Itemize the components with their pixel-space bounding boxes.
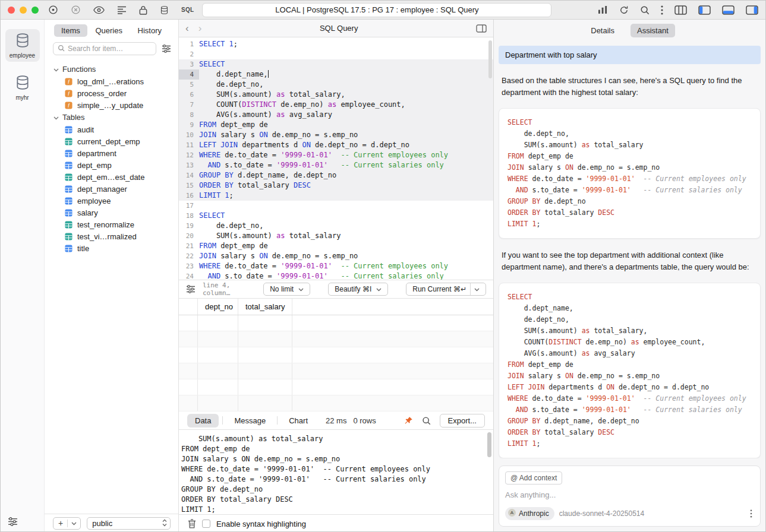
code-line[interactable]: 4 d.dept_name, — [179, 69, 493, 80]
column-header-dept_no[interactable]: dept_no — [198, 299, 238, 315]
results-tab-message[interactable]: Message — [226, 414, 273, 428]
code-line[interactable]: 15ORDER BY total_salary DESC — [179, 180, 493, 191]
run-options-chevron-down-icon[interactable] — [474, 285, 480, 293]
tree-item-test_renormalize[interactable]: test_renormalize — [45, 218, 178, 230]
code-line[interactable]: 19 de.dept_no, — [179, 221, 493, 231]
minimize-window-button[interactable] — [20, 7, 27, 14]
search-input[interactable] — [68, 45, 152, 53]
tree-item-dept_manager[interactable]: dept_manager — [45, 183, 178, 195]
code-line[interactable]: 9FROM dept_emp de — [179, 120, 493, 130]
code-line[interactable]: 12WHERE de.to_date = '9999-01-01' -- Cur… — [179, 150, 493, 160]
results-tab-data[interactable]: Data — [187, 414, 219, 428]
tree-item-department[interactable]: department — [45, 147, 178, 159]
code-line[interactable]: 22JOIN salary s ON de.emp_no = s.emp_no — [179, 251, 493, 261]
close-window-button[interactable] — [8, 7, 15, 14]
code-line[interactable]: 21FROM dept_emp de — [179, 241, 493, 251]
sql-editor[interactable]: 1SELECT 1;23SELECT4 d.dept_name,5 de.dep… — [179, 37, 493, 280]
syntax-highlighting-checkbox[interactable] — [202, 520, 210, 528]
column-header-total_salary[interactable]: total_salary — [238, 299, 292, 315]
trash-icon[interactable] — [188, 519, 196, 528]
tree-section-tables[interactable]: Tables — [45, 111, 178, 124]
limit-dropdown[interactable]: No limit — [263, 283, 310, 296]
more-options-icon[interactable] — [661, 5, 663, 15]
table-row[interactable] — [179, 347, 493, 363]
toggle-left-panel-icon[interactable] — [698, 5, 711, 15]
tree-item-log_dml_erations[interactable]: flog_dml_…erations — [45, 75, 178, 87]
refresh-icon[interactable] — [619, 5, 629, 15]
zoom-window-button[interactable] — [31, 7, 39, 14]
table-row[interactable] — [179, 331, 493, 347]
results-tab-chart[interactable]: Chart — [281, 414, 316, 428]
back-button[interactable]: ‹ — [185, 23, 189, 33]
search-icon[interactable] — [640, 5, 650, 15]
tree-item-dept_emp[interactable]: dept_emp — [45, 159, 178, 171]
tree-item-process_order[interactable]: fprocess_order — [45, 87, 178, 99]
tree-section-functions[interactable]: Functions — [45, 63, 178, 75]
code-line[interactable]: 17 — [179, 201, 493, 211]
results-search-icon[interactable] — [422, 416, 431, 425]
table-row[interactable] — [179, 363, 493, 379]
code-line[interactable]: 8 AVG(s.amount) as avg_salary — [179, 110, 493, 120]
editor-scrollbar[interactable] — [488, 40, 492, 78]
tree-item-salary[interactable]: salary — [45, 207, 178, 218]
code-line[interactable]: 16LIMIT 1; — [179, 191, 493, 201]
code-line[interactable]: 5 de.dept_no, — [179, 80, 493, 90]
tree-item-test_virmalized[interactable]: test_vi…rmalized — [45, 230, 178, 242]
schema-select[interactable]: public — [87, 517, 171, 530]
search-field[interactable] — [53, 42, 156, 55]
add-context-chip[interactable]: @ Add context — [505, 471, 562, 484]
tree-item-title[interactable]: title — [45, 242, 178, 254]
chart-icon[interactable] — [598, 5, 608, 14]
table-row[interactable] — [179, 395, 493, 411]
message-scrollbar[interactable] — [487, 432, 491, 457]
connection-status-icon[interactable] — [48, 5, 58, 15]
sidebar-tab-queries[interactable]: Queries — [88, 24, 130, 37]
assistant-composer[interactable]: @ Add context Ask anything... A Anthropi… — [499, 466, 761, 527]
tree-item-audit[interactable]: audit — [45, 124, 178, 135]
composer-options-icon[interactable] — [750, 509, 754, 518]
add-item-button[interactable]: + — [53, 518, 67, 528]
sliders-icon[interactable] — [8, 517, 18, 526]
pin-icon[interactable] — [404, 416, 413, 425]
code-line[interactable]: 1SELECT 1; — [179, 39, 493, 49]
tree-item-simple_y_update[interactable]: fsimple_…y_update — [45, 99, 178, 111]
results-grid[interactable] — [179, 315, 493, 411]
code-line[interactable]: 7 COUNT(DISTINCT de.emp_no) as employee_… — [179, 100, 493, 110]
code-line[interactable]: 3SELECT — [179, 59, 493, 69]
disconnect-icon[interactable] — [71, 5, 81, 15]
table-row[interactable] — [179, 379, 493, 395]
connection-myhr[interactable]: myhr — [5, 71, 40, 104]
code-line[interactable]: 23WHERE de.to_date = '9999-01-01' -- Cur… — [179, 261, 493, 271]
connection-employee[interactable]: employee — [5, 29, 40, 62]
tree-item-employee[interactable]: employee — [45, 195, 178, 207]
code-line[interactable]: 14GROUP BY d.dept_name, de.dept_no — [179, 170, 493, 180]
sidebar-tab-items[interactable]: Items — [54, 24, 87, 37]
run-current-button[interactable]: Run Current ⌘↵ — [406, 283, 486, 296]
preview-eye-icon[interactable] — [93, 6, 105, 14]
tree-item-dept_emest_date[interactable]: dept_em…est_date — [45, 171, 178, 183]
export-button[interactable]: Export... — [440, 414, 485, 428]
window-title[interactable]: LOCAL | PostgreSQL 17.5 : PG 17 : employ… — [202, 3, 551, 17]
toggle-bottom-panel-icon[interactable] — [722, 5, 735, 15]
tree-item-current_dept_emp[interactable]: current_dept_emp — [45, 135, 178, 147]
table-row[interactable] — [179, 315, 493, 331]
toggle-right-panel-icon[interactable] — [746, 5, 758, 15]
assistant-input-placeholder[interactable]: Ask anything... — [505, 490, 754, 499]
right-panel-tab-details[interactable]: Details — [584, 24, 621, 37]
split-panel-icon[interactable] — [476, 24, 487, 33]
sidebar-tab-history[interactable]: History — [131, 24, 169, 37]
provider-selector[interactable]: A Anthropic — [505, 507, 554, 520]
code-line[interactable]: 2 — [179, 49, 493, 59]
add-item-chevron-down-icon[interactable] — [68, 522, 80, 525]
editor-tab-title[interactable]: SQL Query — [201, 24, 476, 33]
code-line[interactable]: 18SELECT — [179, 211, 493, 221]
code-line[interactable]: 24 AND s.to_date = '9999-01-01' -- Curre… — [179, 271, 493, 280]
editor-sliders-icon[interactable] — [186, 285, 196, 293]
filter-sliders-icon[interactable] — [162, 45, 171, 53]
code-line[interactable]: 13 AND s.to_date = '9999-01-01' -- Curre… — [179, 160, 493, 170]
right-panel-tab-assistant[interactable]: Assistant — [631, 24, 675, 37]
lock-icon[interactable] — [139, 5, 147, 15]
code-line[interactable]: 6 SUM(s.amount) as total_salary, — [179, 90, 493, 100]
code-line[interactable]: 20 SUM(s.amount) as total_salary — [179, 231, 493, 241]
code-line[interactable]: 11LEFT JOIN departments d ON de.dept_no … — [179, 140, 493, 150]
